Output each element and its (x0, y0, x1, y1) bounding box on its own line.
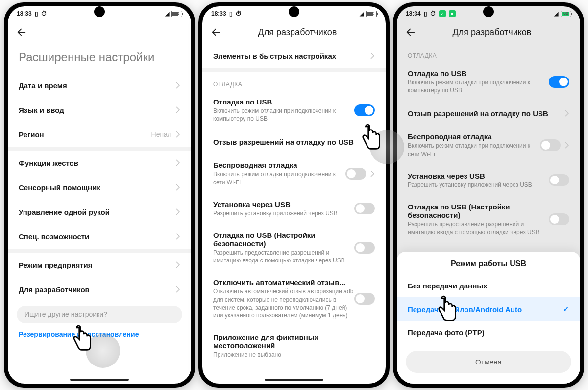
usb-mode-bottom-sheet: Режим работы USB Без передачи данных Пер… (397, 252, 580, 384)
chevron-right-icon (175, 286, 180, 293)
vibrate-icon: ▯ (35, 10, 38, 17)
chevron-right-icon (175, 106, 180, 113)
notification-badge-icon: ■ (449, 10, 456, 17)
arrow-left-icon (211, 27, 221, 38)
item-developer-options[interactable]: Для разработчиков (8, 277, 191, 302)
back-button[interactable] (209, 26, 223, 39)
watermark-icon (370, 130, 404, 164)
sheet-title: Режим работы USB (397, 252, 580, 274)
install-usb-toggle[interactable] (354, 203, 375, 214)
settings-list-2: Функции жестов Сенсорный помощник Управл… (8, 151, 191, 249)
install-usb-toggle[interactable] (549, 174, 569, 186)
chevron-right-icon (564, 110, 569, 117)
item-revoke-usb-auth[interactable]: Отзыв разрешений на отладку по USB (202, 130, 386, 154)
item-disable-auto-revoke[interactable]: Отключить автоматический отзыв...Отключи… (202, 271, 386, 326)
phone-usb-mode-sheet: 18:34 ▯ ⏱ ✓ ■ ◢ 62 Для разработчиков ОТЛ… (393, 2, 584, 388)
phone-advanced-settings: 18:33 ▯ ⏱ ◢ 62 Расширенные настройки Дат… (4, 2, 195, 388)
item-revoke-usb-auth[interactable]: Отзыв разрешений на отладку по USB (397, 101, 580, 126)
watermark-icon (86, 334, 120, 368)
item-region[interactable]: Регион Непал (8, 122, 191, 147)
item-wireless-debug[interactable]: Беспроводная отладкаВключить режим отлад… (397, 126, 580, 164)
chevron-right-icon (175, 82, 180, 89)
item-one-hand[interactable]: Управление одной рукой (8, 200, 191, 224)
battery-icon: 62 (561, 11, 571, 17)
chevron-right-icon (370, 170, 375, 177)
settings-list-1: Дата и время Язык и ввод Регион Непал (8, 73, 191, 147)
check-icon: ✓ (563, 305, 569, 313)
item-usb-debug-security[interactable]: Отладка по USB (Настройки безопасности)Р… (397, 196, 580, 243)
chevron-right-icon (175, 261, 180, 268)
usb-mode-option-no-data[interactable]: Без передачи данных (397, 274, 580, 297)
settings-list-3: Режим предприятия Для разработчиков (8, 253, 191, 302)
item-sensory-assistant[interactable]: Сенсорный помощник (8, 175, 191, 200)
header (8, 21, 191, 44)
auto-revoke-toggle[interactable] (354, 293, 375, 305)
home-indicator[interactable] (70, 379, 129, 381)
phone-developer-options: 18:33 ▯ ⏱ ◢ 62 Для разработчиков Элемент… (198, 2, 390, 388)
item-accessibility[interactable]: Спец. возможности (8, 224, 191, 249)
item-enterprise[interactable]: Режим предприятия (8, 253, 191, 277)
notification-badge-icon: ✓ (439, 10, 446, 17)
camera-notch (483, 6, 494, 17)
alarm-icon: ⏱ (41, 10, 47, 17)
usb-mode-option-file-transfer[interactable]: Передача файлов/Android Auto ✓ (397, 297, 580, 321)
item-install-via-usb[interactable]: Установка через USBРазрешить установку п… (397, 165, 580, 196)
item-quick-settings-elements[interactable]: Элементы в быстрых настройках (202, 44, 386, 68)
status-time: 18:33 (211, 10, 226, 17)
chevron-right-icon (175, 159, 180, 166)
page-title: Расширенные настройки (8, 44, 191, 73)
battery-icon: 62 (172, 11, 182, 17)
alarm-icon: ⏱ (236, 10, 242, 17)
item-install-via-usb[interactable]: Установка через USBРазрешить установку п… (202, 193, 386, 224)
chevron-right-icon (175, 233, 180, 240)
usb-security-toggle[interactable] (354, 242, 375, 254)
section-header-debug: ОТЛАДКА (202, 72, 386, 91)
section-divider (202, 68, 386, 72)
header: Для разработчиков (397, 21, 580, 44)
wireless-debug-toggle[interactable] (345, 168, 366, 180)
signal-icon: ◢ (360, 11, 364, 17)
region-value: Непал (151, 130, 172, 138)
item-wireless-debug[interactable]: Беспроводная отладкаВключить режим отлад… (202, 154, 386, 193)
section-divider (8, 249, 191, 253)
chevron-right-icon (564, 142, 569, 149)
back-button[interactable] (404, 26, 417, 39)
camera-notch (289, 6, 299, 17)
usb-mode-option-ptp[interactable]: Передача фото (PTP) (397, 321, 580, 344)
page-title: Для разработчиков (424, 27, 560, 38)
header: Для разработчиков (202, 21, 386, 44)
item-mock-location-app[interactable]: Приложение для фиктивных местоположенийП… (202, 326, 386, 365)
chevron-right-icon (370, 52, 375, 59)
usb-debug-toggle[interactable] (354, 104, 375, 116)
status-time: 18:34 (406, 10, 421, 17)
alarm-icon: ⏱ (430, 10, 436, 17)
sheet-cancel-button[interactable]: Отмена (406, 351, 571, 373)
usb-security-toggle[interactable] (549, 213, 569, 225)
chevron-right-icon (175, 208, 180, 215)
chevron-right-icon (175, 131, 180, 138)
vibrate-icon: ▯ (424, 10, 427, 17)
page-title: Для разработчиков (230, 27, 365, 38)
item-usb-debug-security[interactable]: Отладка по USB (Настройки безопасности)Р… (202, 224, 386, 271)
home-indicator[interactable] (265, 379, 323, 381)
arrow-left-icon (16, 27, 27, 38)
back-button[interactable] (15, 26, 28, 39)
item-usb-debug[interactable]: Отладка по USBВключить режим отладки при… (202, 91, 386, 130)
usb-debug-toggle[interactable] (549, 76, 569, 88)
vibrate-icon: ▯ (229, 10, 233, 17)
camera-notch (94, 6, 105, 17)
chevron-right-icon (175, 184, 180, 191)
item-language-input[interactable]: Язык и ввод (8, 98, 191, 122)
battery-icon: 62 (366, 11, 377, 17)
section-header-debug: ОТЛАДКА (397, 44, 580, 62)
signal-icon: ◢ (165, 11, 169, 17)
wireless-debug-toggle[interactable] (540, 139, 561, 151)
item-usb-debug[interactable]: Отладка по USBВключить режим отладки при… (397, 62, 580, 101)
arrow-left-icon (405, 27, 416, 38)
item-date-time[interactable]: Дата и время (8, 73, 191, 98)
search-other-settings[interactable]: Ищите другие настройки? (17, 306, 182, 323)
signal-icon: ◢ (554, 11, 558, 17)
status-time: 18:33 (17, 10, 32, 17)
item-gestures[interactable]: Функции жестов (8, 151, 191, 175)
section-divider (8, 147, 191, 151)
